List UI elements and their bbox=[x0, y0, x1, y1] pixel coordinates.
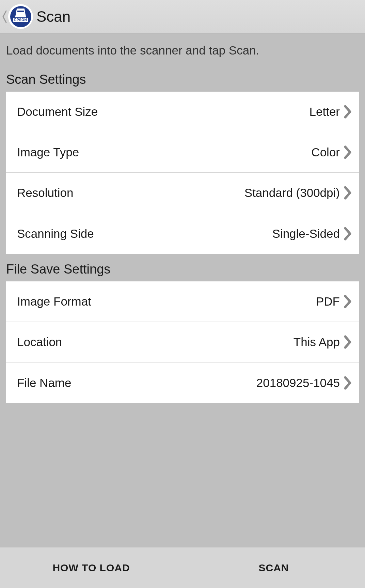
setting-label: Scanning Side bbox=[17, 227, 94, 241]
scan-settings-title: Scan Settings bbox=[6, 64, 359, 92]
setting-location[interactable]: Location This App bbox=[6, 322, 359, 362]
setting-value: Single-Sided bbox=[272, 227, 340, 241]
setting-document-size[interactable]: Document Size Letter bbox=[6, 92, 359, 132]
setting-value: PDF bbox=[316, 295, 340, 308]
instruction-text: Load documents into the scanner and tap … bbox=[6, 33, 359, 64]
setting-label: Image Type bbox=[17, 145, 79, 159]
page-title: Scan bbox=[36, 8, 70, 25]
main-content: Load documents into the scanner and tap … bbox=[0, 33, 365, 403]
setting-label: Document Size bbox=[17, 105, 98, 119]
back-button[interactable] bbox=[1, 10, 8, 24]
logo-brand-text: EPSON bbox=[13, 18, 29, 22]
chevron-right-icon bbox=[343, 335, 353, 349]
setting-image-type[interactable]: Image Type Color bbox=[6, 132, 359, 173]
chevron-left-icon bbox=[2, 10, 7, 23]
chevron-right-icon bbox=[343, 295, 353, 308]
app-header: EPSON Scan bbox=[0, 0, 365, 33]
chevron-right-icon bbox=[343, 227, 353, 241]
setting-file-name[interactable]: File Name 20180925-1045 bbox=[6, 362, 359, 403]
setting-label: File Name bbox=[17, 376, 71, 390]
chevron-right-icon bbox=[343, 105, 353, 119]
setting-value: Color bbox=[311, 145, 340, 159]
setting-label: Location bbox=[17, 335, 62, 349]
setting-value: This App bbox=[293, 335, 340, 349]
setting-image-format[interactable]: Image Format PDF bbox=[6, 281, 359, 322]
setting-label: Resolution bbox=[17, 186, 73, 200]
chevron-right-icon bbox=[343, 186, 353, 200]
setting-scanning-side[interactable]: Scanning Side Single-Sided bbox=[6, 213, 359, 254]
file-save-settings-group: Image Format PDF Location This App File … bbox=[6, 281, 359, 403]
setting-label: Image Format bbox=[17, 295, 91, 308]
setting-value: 20180925-1045 bbox=[256, 376, 340, 390]
scan-settings-group: Document Size Letter Image Type Color Re… bbox=[6, 92, 359, 254]
file-save-settings-title: File Save Settings bbox=[6, 254, 359, 281]
setting-value: Letter bbox=[310, 105, 340, 119]
setting-value: Standard (300dpi) bbox=[244, 186, 340, 200]
setting-resolution[interactable]: Resolution Standard (300dpi) bbox=[6, 173, 359, 213]
epson-logo: EPSON bbox=[8, 4, 33, 29]
chevron-right-icon bbox=[343, 145, 353, 159]
how-to-load-button[interactable]: HOW TO LOAD bbox=[0, 547, 182, 588]
scan-button[interactable]: SCAN bbox=[182, 547, 365, 588]
chevron-right-icon bbox=[343, 376, 353, 390]
footer-toolbar: HOW TO LOAD SCAN bbox=[0, 547, 365, 588]
